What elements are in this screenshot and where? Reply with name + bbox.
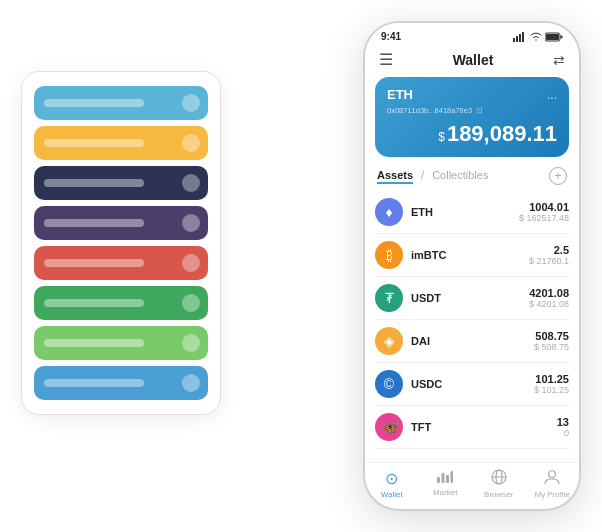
add-asset-button[interactable]: + <box>549 167 567 185</box>
phone-title: Wallet <box>453 52 494 68</box>
card-stack <box>21 71 221 415</box>
asset-amounts-dai: 508.75$ 508.75 <box>534 330 569 352</box>
wallet-nav-label: Wallet <box>381 490 403 499</box>
status-time: 9:41 <box>381 31 401 42</box>
card-item-3[interactable] <box>34 206 208 240</box>
asset-item-usdt[interactable]: ₮USDT4201.08$ 4201.08 <box>375 277 569 320</box>
scene: 9:41 <box>11 11 591 521</box>
svg-rect-10 <box>451 471 454 483</box>
card-item-1[interactable] <box>34 126 208 160</box>
browser-nav-label: Browser <box>484 490 513 499</box>
svg-rect-0 <box>513 38 515 42</box>
asset-amounts-eth: 1004.01$ 162517.48 <box>519 201 569 223</box>
eth-card-header: ETH ... <box>387 87 557 102</box>
asset-item-dai[interactable]: ◈DAI508.75$ 508.75 <box>375 320 569 363</box>
card-item-5[interactable] <box>34 286 208 320</box>
eth-card-amount: $189,089.11 <box>387 121 557 147</box>
card-item-0[interactable] <box>34 86 208 120</box>
eth-card-more[interactable]: ... <box>547 88 557 102</box>
wallet-nav-icon: ⊙ <box>385 469 398 488</box>
asset-amounts-imbtc: 2.5$ 21760.1 <box>529 244 569 266</box>
asset-name-dai: DAI <box>411 335 534 347</box>
nav-profile[interactable]: My Profile <box>526 469 580 499</box>
asset-amounts-usdc: 101.25$ 101.25 <box>534 373 569 395</box>
asset-icon-usdc: © <box>375 370 403 398</box>
asset-icon-dai: ◈ <box>375 327 403 355</box>
phone-mockup: 9:41 <box>363 21 581 511</box>
asset-icon-tft: 🦋 <box>375 413 403 441</box>
eth-card-address: 0x08711d3b...8418a78e3 ⊡ <box>387 106 557 115</box>
eth-card-coin: ETH <box>387 87 413 102</box>
svg-rect-9 <box>446 475 449 483</box>
nav-browser[interactable]: Browser <box>472 469 526 499</box>
market-nav-icon <box>437 469 453 486</box>
profile-nav-icon <box>544 469 560 488</box>
asset-name-eth: ETH <box>411 206 519 218</box>
asset-amounts-tft: 130 <box>557 416 569 438</box>
asset-item-eth[interactable]: ♦ETH1004.01$ 162517.48 <box>375 191 569 234</box>
market-nav-label: Market <box>433 488 457 497</box>
tab-assets[interactable]: Assets <box>377 169 413 184</box>
battery-icon <box>545 32 563 42</box>
svg-rect-5 <box>546 34 559 40</box>
asset-name-usdc: USDC <box>411 378 534 390</box>
asset-item-tft[interactable]: 🦋TFT130 <box>375 406 569 449</box>
card-item-6[interactable] <box>34 326 208 360</box>
asset-item-imbtc[interactable]: ₿imBTC2.5$ 21760.1 <box>375 234 569 277</box>
assets-header: Assets / Collectibles + <box>365 167 579 191</box>
signal-icon <box>513 32 527 42</box>
asset-amounts-usdt: 4201.08$ 4201.08 <box>529 287 569 309</box>
svg-rect-1 <box>516 36 518 42</box>
card-item-4[interactable] <box>34 246 208 280</box>
asset-list: ♦ETH1004.01$ 162517.48₿imBTC2.5$ 21760.1… <box>365 191 579 462</box>
svg-point-14 <box>549 471 556 478</box>
asset-name-tft: TFT <box>411 421 557 433</box>
card-item-2[interactable] <box>34 166 208 200</box>
asset-name-imbtc: imBTC <box>411 249 529 261</box>
asset-icon-usdt: ₮ <box>375 284 403 312</box>
assets-tabs: Assets / Collectibles <box>377 169 488 184</box>
bottom-nav: ⊙ Wallet Market Browser My Profile <box>365 462 579 509</box>
wifi-icon <box>530 32 542 42</box>
svg-rect-8 <box>442 473 445 483</box>
browser-nav-icon <box>491 469 507 488</box>
svg-rect-3 <box>522 32 524 42</box>
asset-item-usdc[interactable]: ©USDC101.25$ 101.25 <box>375 363 569 406</box>
svg-rect-6 <box>561 35 563 38</box>
nav-wallet[interactable]: ⊙ Wallet <box>365 469 419 499</box>
status-icons <box>513 32 563 42</box>
menu-icon[interactable]: ☰ <box>379 50 393 69</box>
card-item-7[interactable] <box>34 366 208 400</box>
svg-rect-7 <box>437 477 440 483</box>
scan-icon[interactable]: ⇄ <box>553 52 565 68</box>
nav-market[interactable]: Market <box>419 469 473 499</box>
asset-icon-imbtc: ₿ <box>375 241 403 269</box>
asset-icon-eth: ♦ <box>375 198 403 226</box>
tab-collectibles[interactable]: Collectibles <box>432 169 488 184</box>
asset-name-usdt: USDT <box>411 292 529 304</box>
svg-rect-2 <box>519 34 521 42</box>
status-bar: 9:41 <box>365 23 579 46</box>
phone-header: ☰ Wallet ⇄ <box>365 46 579 77</box>
eth-card[interactable]: ETH ... 0x08711d3b...8418a78e3 ⊡ $189,08… <box>375 77 569 157</box>
profile-nav-label: My Profile <box>534 490 570 499</box>
